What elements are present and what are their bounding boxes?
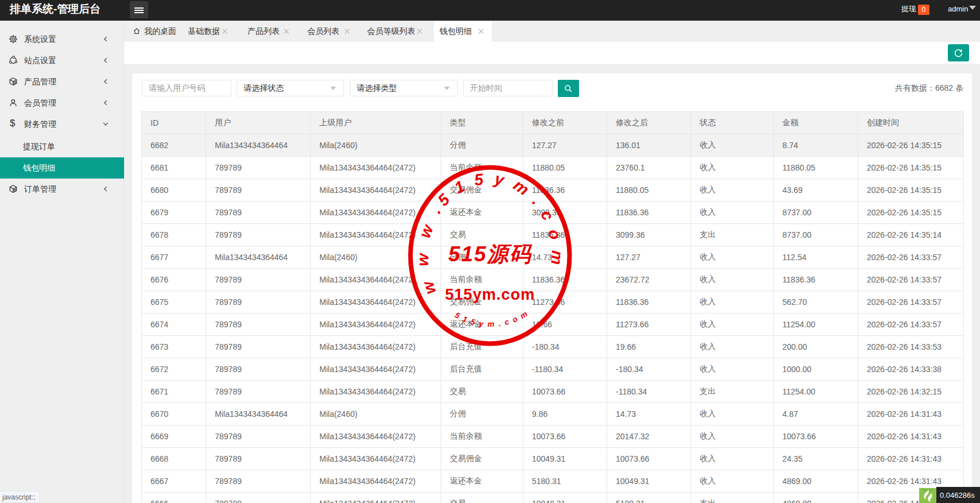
svg-text:515ym.com: 515ym.com (453, 307, 533, 328)
svg-text:515源码: 515源码 (448, 242, 533, 266)
svg-text:515ym.com: 515ym.com (445, 285, 535, 303)
